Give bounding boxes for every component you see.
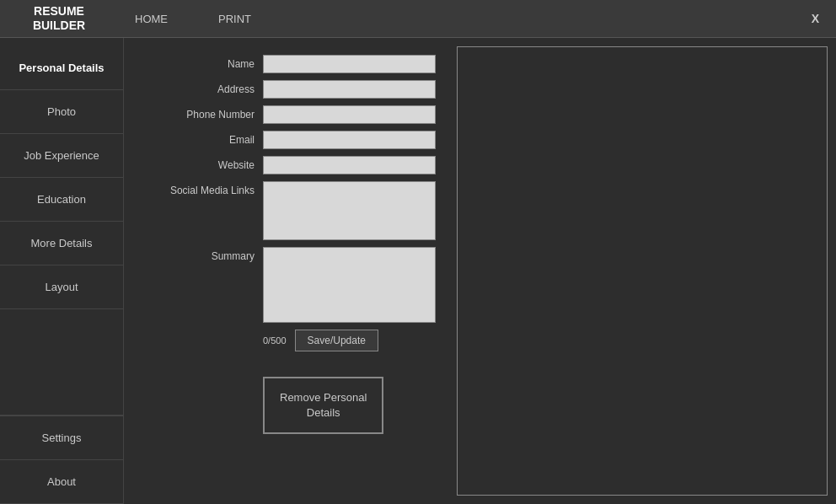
social-textarea[interactable] bbox=[263, 181, 436, 240]
nav-print[interactable]: PRINT bbox=[218, 13, 251, 25]
sidebar: Personal Details Photo Job Experience Ed… bbox=[0, 38, 124, 504]
sidebar-item-photo[interactable]: Photo bbox=[0, 90, 123, 134]
summary-textarea[interactable] bbox=[263, 247, 436, 323]
sidebar-item-settings[interactable]: Settings bbox=[0, 416, 123, 460]
address-row: Address bbox=[132, 80, 436, 99]
website-input[interactable] bbox=[263, 156, 436, 174]
sidebar-bottom: Settings About bbox=[0, 415, 123, 504]
form-panel: Name Address Phone Number Email Website bbox=[124, 38, 453, 504]
remove-personal-details-button[interactable]: Remove Personal Details bbox=[263, 377, 383, 434]
name-label: Name bbox=[132, 55, 263, 70]
sidebar-item-education[interactable]: Education bbox=[0, 178, 123, 222]
summary-label: Summary bbox=[132, 247, 263, 262]
website-label: Website bbox=[132, 156, 263, 171]
nav-home[interactable]: HOME bbox=[135, 13, 168, 25]
form-actions: 0/500 Save/Update bbox=[132, 330, 436, 351]
social-row: Social Media Links bbox=[132, 181, 436, 240]
sidebar-item-personal-details[interactable]: Personal Details bbox=[0, 46, 123, 90]
app-title: RESUME BUILDER bbox=[17, 4, 101, 33]
save-update-button[interactable]: Save/Update bbox=[295, 330, 378, 351]
header: RESUME BUILDER HOME PRINT X bbox=[0, 0, 836, 38]
name-input[interactable] bbox=[263, 55, 436, 73]
close-button[interactable]: X bbox=[812, 12, 819, 25]
main-layout: Personal Details Photo Job Experience Ed… bbox=[0, 38, 836, 504]
phone-row: Phone Number bbox=[132, 105, 436, 124]
address-input[interactable] bbox=[263, 80, 436, 99]
sidebar-item-job-experience[interactable]: Job Experience bbox=[0, 134, 123, 178]
preview-panel bbox=[457, 46, 828, 496]
email-row: Email bbox=[132, 131, 436, 149]
sidebar-item-about[interactable]: About bbox=[0, 460, 123, 504]
social-label: Social Media Links bbox=[132, 181, 263, 196]
name-row: Name bbox=[132, 55, 436, 73]
sidebar-item-more-details[interactable]: More Details bbox=[0, 222, 123, 265]
website-row: Website bbox=[132, 156, 436, 174]
header-nav: HOME PRINT bbox=[135, 13, 251, 25]
address-label: Address bbox=[132, 80, 263, 95]
char-count: 0/500 bbox=[263, 335, 287, 346]
email-label: Email bbox=[132, 131, 263, 146]
phone-label: Phone Number bbox=[132, 105, 263, 121]
phone-input[interactable] bbox=[263, 105, 436, 124]
sidebar-item-layout[interactable]: Layout bbox=[0, 265, 123, 309]
content-area: Name Address Phone Number Email Website bbox=[124, 38, 836, 504]
remove-section: Remove Personal Details bbox=[132, 377, 436, 434]
email-input[interactable] bbox=[263, 131, 436, 149]
summary-row: Summary bbox=[132, 247, 436, 323]
